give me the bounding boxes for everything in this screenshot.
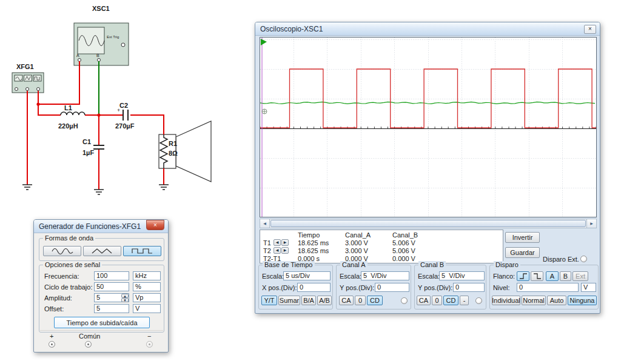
fg-close-button[interactable]: × xyxy=(146,220,164,230)
save-button[interactable]: Guardar xyxy=(505,247,540,258)
scroll-left-button[interactable]: ◀ xyxy=(260,219,270,228)
frequency-label: Frecuencia: xyxy=(44,273,79,280)
trigger-level-input[interactable]: 0 xyxy=(517,283,579,292)
duty-cycle-input[interactable]: 50 xyxy=(94,282,129,291)
channel-b-zero-button[interactable]: 0 xyxy=(432,296,442,305)
rise-fall-time-button[interactable]: Tiempo de subida/caída xyxy=(54,317,150,328)
l1-value: 220µH xyxy=(58,122,78,130)
trigger-normal-button[interactable]: Normal xyxy=(522,296,546,305)
minus-terminal[interactable] xyxy=(146,341,153,348)
trigger-b-button[interactable]: B xyxy=(560,271,571,281)
r1-value: 8Ω xyxy=(169,150,178,157)
t2-right-button[interactable]: ▶ xyxy=(281,247,289,254)
scope-close-button[interactable]: × xyxy=(584,25,596,34)
channel-b-scale-label: Escala: xyxy=(418,273,440,280)
triangle-wave-button[interactable] xyxy=(83,246,121,256)
square-wave-button[interactable] xyxy=(123,246,161,256)
channel-b-ac-button[interactable]: CA xyxy=(417,296,431,305)
ext-trigger-radio[interactable] xyxy=(580,256,587,262)
timebase-xpos-input[interactable]: 0 xyxy=(297,283,331,292)
channel-a-scale-input[interactable]: 5 V/Div xyxy=(361,271,409,280)
channel-b-dc-button[interactable]: CD xyxy=(443,296,458,305)
fg-plus-terminal[interactable] xyxy=(15,88,18,91)
plus-terminal[interactable] xyxy=(49,341,55,348)
fg-minus-terminal[interactable] xyxy=(37,88,40,91)
channel-b-minus-button[interactable]: - xyxy=(460,296,469,305)
capacitor-c2[interactable]: + xyxy=(117,107,128,121)
fg-common-terminal[interactable] xyxy=(26,88,29,91)
wire-scope-a[interactable] xyxy=(38,61,79,104)
offset-input[interactable]: 5 xyxy=(94,304,129,313)
rising-edge-button[interactable] xyxy=(517,271,529,281)
trigger-none-button[interactable]: Ninguna xyxy=(568,296,597,305)
trigger-single-button[interactable]: Individual xyxy=(492,296,520,305)
channel-a-ac-button[interactable]: CA xyxy=(339,296,354,305)
wire-group xyxy=(27,61,164,190)
channel-a-dc-button[interactable]: CD xyxy=(367,296,383,305)
duty-cycle-label: Ciclo de trabajo: xyxy=(44,283,93,291)
trigger-a-button[interactable]: A xyxy=(546,271,559,281)
common-terminal[interactable] xyxy=(85,341,92,348)
left-arrow-icon: ◀ xyxy=(276,240,279,244)
scroll-right-button[interactable]: ▶ xyxy=(586,219,596,228)
channel-a-zero-button[interactable]: 0 xyxy=(355,296,366,305)
ba-mode-button[interactable]: B/A xyxy=(301,296,316,305)
ground-symbol[interactable] xyxy=(22,185,32,190)
amplitude-spin-up[interactable]: ▲ xyxy=(121,294,129,298)
inductor-l1[interactable] xyxy=(61,112,85,115)
sine-wave-button[interactable] xyxy=(43,246,81,256)
channel-b-ypos-input[interactable]: 0 xyxy=(453,283,485,292)
channel-a-ypos-input[interactable]: 0 xyxy=(375,283,409,292)
col-b-header: Canal_B xyxy=(392,231,418,239)
amplitude-spin-down[interactable]: ▼ xyxy=(121,298,129,302)
speaker-symbol[interactable] xyxy=(159,121,211,182)
capacitor-c1[interactable] xyxy=(93,145,104,149)
wire-fg-output[interactable] xyxy=(38,91,61,115)
trigger-level-label: Nivel: xyxy=(493,284,510,291)
t1-right-button[interactable]: ▶ xyxy=(281,239,289,246)
trigger-auto-button[interactable]: Auto xyxy=(547,296,566,305)
invert-button[interactable]: Invertir xyxy=(505,232,540,243)
offset-unit[interactable]: V xyxy=(133,304,161,313)
falling-edge-button[interactable] xyxy=(531,271,543,281)
ab-mode-button[interactable]: A/B xyxy=(317,296,332,305)
trigger-ext-button[interactable]: Ext xyxy=(572,271,588,281)
amplitude-unit[interactable]: Vp xyxy=(133,293,161,302)
function-generator-instrument-icon[interactable] xyxy=(12,73,44,93)
channel-a-panel: Canal A Escala: 5 V/Div Y pos.(Div): 0 C… xyxy=(336,265,411,309)
ext-trig-terminal[interactable] xyxy=(121,43,125,47)
yt-mode-button[interactable]: Y/T xyxy=(261,296,277,305)
scope-graph[interactable] xyxy=(260,37,597,217)
scope-titlebar[interactable]: Osciloscopio-XSC1 xyxy=(255,22,600,36)
scroll-right-icon: ▶ xyxy=(590,222,593,225)
timebase-scale-input[interactable]: 5 us/Div xyxy=(283,271,331,280)
t1-left-button[interactable]: ◀ xyxy=(274,239,281,246)
timebase-scale-label: Escala: xyxy=(262,273,284,280)
frequency-input[interactable]: 100 xyxy=(94,271,129,280)
channel-a-radio[interactable] xyxy=(401,297,408,304)
t1-label: T1 xyxy=(263,239,271,247)
ext-trigger-label: Disparo Ext. xyxy=(543,256,579,263)
common-terminal-label: Común xyxy=(79,333,100,340)
channel-b-radio[interactable] xyxy=(475,297,482,304)
ground-symbol[interactable] xyxy=(159,185,169,190)
frequency-unit[interactable]: kHz xyxy=(133,271,161,280)
ground-symbol[interactable] xyxy=(94,190,104,194)
oscilloscope-instrument-icon[interactable]: Ext Trig A B xyxy=(74,23,129,65)
scrollbar-thumb[interactable] xyxy=(270,220,586,227)
terminal-b[interactable] xyxy=(98,59,101,62)
graph-scrollbar[interactable]: ◀ ▶ xyxy=(260,219,597,228)
sum-mode-button[interactable]: Sumar xyxy=(278,296,300,305)
t2-left-button[interactable]: ◀ xyxy=(274,247,281,254)
c1-label: C1 xyxy=(82,138,91,145)
trigger-level-unit[interactable]: V xyxy=(581,283,596,292)
duty-cycle-unit[interactable]: % xyxy=(133,282,161,291)
terminal-a[interactable] xyxy=(78,59,81,62)
signal-options-label: Opciones de señal xyxy=(43,261,102,268)
wire-c2-r1[interactable] xyxy=(130,115,164,134)
channel-b-scale-input[interactable]: 5 V/Div xyxy=(439,271,485,280)
square-wave-icon xyxy=(130,247,155,255)
channel-b-ypos-label: Y pos.(Div): xyxy=(418,284,452,291)
c2-value: 270µF xyxy=(115,122,135,130)
channel-b-title: Canal B xyxy=(418,261,446,268)
